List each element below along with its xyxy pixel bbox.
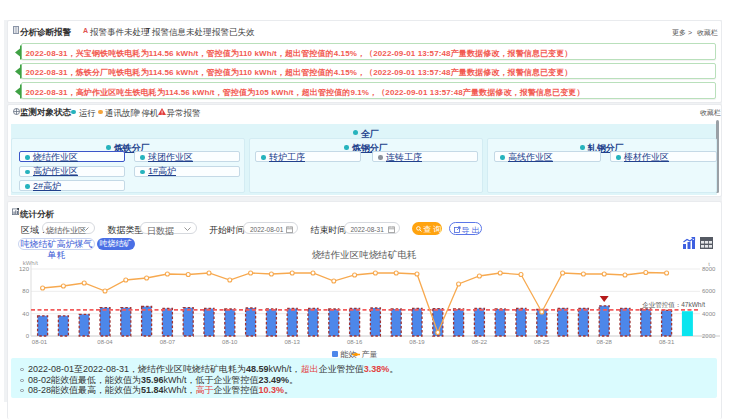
svg-text:80: 80 — [22, 288, 29, 294]
svg-text:6000: 6000 — [702, 288, 716, 294]
svg-text:08-10: 08-10 — [222, 339, 238, 345]
svg-text:08-07: 08-07 — [160, 339, 176, 345]
svg-text:08-19: 08-19 — [409, 339, 425, 345]
svg-text:08-28: 08-28 — [597, 339, 613, 345]
svg-text:40: 40 — [22, 311, 29, 317]
svg-text:企业管控值：47kWh/t: 企业管控值：47kWh/t — [642, 301, 705, 309]
svg-text:烧结作业区吨烧结矿电耗: 烧结作业区吨烧结矿电耗 — [312, 249, 417, 260]
svg-text:8000: 8000 — [702, 266, 716, 272]
svg-text:0: 0 — [26, 333, 30, 339]
svg-text:08-01: 08-01 — [32, 339, 48, 345]
svg-text:08-04: 08-04 — [97, 339, 113, 345]
svg-text:4000: 4000 — [702, 311, 716, 317]
svg-text:08-25: 08-25 — [534, 339, 550, 345]
svg-text:08-22: 08-22 — [472, 339, 488, 345]
svg-text:120: 120 — [19, 266, 30, 272]
svg-text:08-13: 08-13 — [285, 339, 301, 345]
svg-text:08-16: 08-16 — [347, 339, 363, 345]
svg-text:08-31: 08-31 — [659, 339, 675, 345]
